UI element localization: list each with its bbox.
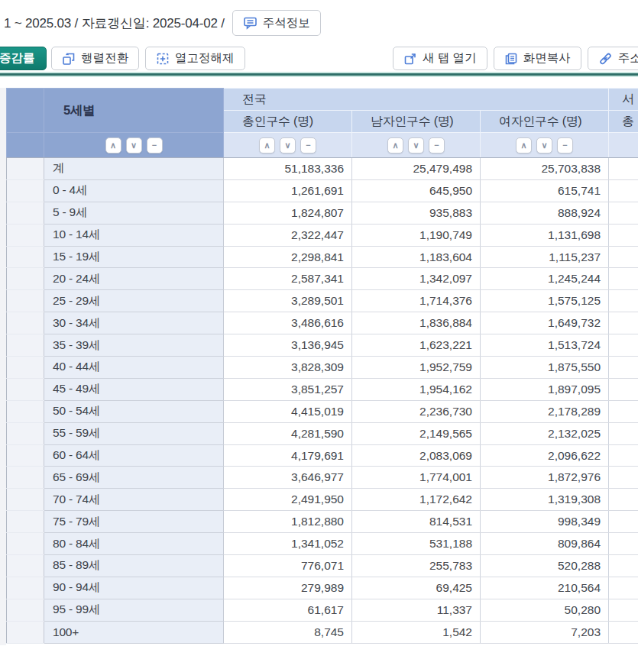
group-header-seoul-clipped[interactable]: 서 xyxy=(609,89,638,111)
table-row: 25 - 29세3,289,5011,714,3761,575,125 xyxy=(7,290,638,312)
total-population-cell: 2,322,447 xyxy=(224,224,352,246)
clipped-region-cell xyxy=(609,268,638,290)
row-index-cell xyxy=(7,577,44,599)
sort-descending-button[interactable]: ∨ xyxy=(280,137,296,153)
table-row: 65 - 69세3,646,9771,774,0011,872,976 xyxy=(7,467,638,489)
sort-ascending-button[interactable]: ∧ xyxy=(259,137,275,153)
toolbar-right-group: 새 탭 열기 화면복사 xyxy=(393,47,638,70)
age-group-label: 75 - 79세 xyxy=(44,511,224,533)
external-link-icon xyxy=(403,52,417,66)
clipped-region-cell xyxy=(609,202,638,224)
male-population-cell: 2,149,565 xyxy=(352,422,481,444)
male-population-cell: 1,183,604 xyxy=(352,246,481,268)
group-header-national[interactable]: 전국 xyxy=(224,89,609,111)
age-group-label: 15 - 19세 xyxy=(44,246,224,268)
unfreeze-button-label: 열고정해제 xyxy=(175,50,235,66)
row-index-cell xyxy=(7,224,44,246)
female-population-cell: 25,703,838 xyxy=(481,158,609,180)
female-population-cell: 1,897,095 xyxy=(481,378,609,400)
age-group-label: 40 - 44세 xyxy=(44,357,224,379)
male-population-cell: 25,479,498 xyxy=(352,158,481,180)
row-index-cell xyxy=(7,202,44,224)
collapse-column-button[interactable]: − xyxy=(557,137,573,153)
total-population-cell: 51,183,336 xyxy=(224,158,352,180)
copy-address-button[interactable]: 주소/클 xyxy=(588,47,638,70)
unfreeze-columns-button[interactable]: 열고정해제 xyxy=(145,47,245,70)
table-row: 75 - 79세1,812,880814,531998,349 xyxy=(7,511,638,533)
sort-controls-total: ∧ ∨ − xyxy=(224,137,351,153)
male-population-cell: 1,954,162 xyxy=(352,378,481,400)
clipped-region-cell xyxy=(609,158,638,180)
female-population-cell: 1,319,308 xyxy=(481,489,609,511)
row-index-cell xyxy=(7,158,44,180)
row-index-cell xyxy=(7,378,44,400)
open-new-tab-button[interactable]: 새 탭 열기 xyxy=(393,47,487,70)
total-population-cell: 3,289,501 xyxy=(224,290,352,312)
total-population-cell: 3,136,945 xyxy=(224,334,352,357)
total-population-cell: 1,341,052 xyxy=(224,533,352,555)
age-group-label: 90 - 94세 xyxy=(44,577,224,599)
total-population-cell: 1,812,880 xyxy=(224,511,352,533)
female-population-cell: 1,875,550 xyxy=(481,357,609,379)
clipped-region-cell xyxy=(609,312,638,334)
annotation-button-label: 주석정보 xyxy=(263,15,310,31)
age-group-label: 95 - 99세 xyxy=(44,599,224,621)
total-population-cell: 61,617 xyxy=(224,599,352,621)
collapse-column-button[interactable]: − xyxy=(147,137,163,153)
table-row: 10 - 14세2,322,4471,190,7491,131,698 xyxy=(7,224,638,246)
sort-ascending-button[interactable]: ∧ xyxy=(387,137,403,153)
female-population-cell: 2,096,622 xyxy=(481,444,609,467)
total-population-cell: 3,486,616 xyxy=(224,312,352,334)
clipped-region-cell xyxy=(609,467,638,489)
collapse-column-button[interactable]: − xyxy=(300,137,316,153)
toolbar-left-group: 행렬전환 열고정해제 xyxy=(51,47,245,70)
row-index-cell xyxy=(7,444,44,467)
sort-ascending-button[interactable]: ∧ xyxy=(105,137,121,153)
info-bar: 1 ~ 2025.03 / 자료갱신일: 2025-04-02 / 주석정보 xyxy=(4,9,321,37)
sort-cell-partial xyxy=(609,133,638,158)
sort-descending-button[interactable]: ∨ xyxy=(408,137,424,153)
table-row: 5 - 9세1,824,807935,883888,924 xyxy=(7,202,638,224)
age-group-label: 0 - 4세 xyxy=(44,179,224,202)
row-index-cell xyxy=(7,621,44,643)
clipped-region-cell xyxy=(609,621,638,643)
sort-cell-male: ∧ ∨ − xyxy=(352,133,481,158)
female-population-cell: 1,513,724 xyxy=(481,334,609,357)
growth-rate-toggle-button[interactable]: 증감률 xyxy=(0,47,47,70)
column-header-male[interactable]: 남자인구수 (명) xyxy=(352,111,481,133)
transpose-button[interactable]: 행렬전환 xyxy=(51,47,139,70)
screen-copy-button[interactable]: 화면복사 xyxy=(494,47,581,70)
female-population-cell: 1,115,237 xyxy=(481,246,609,268)
clipped-region-cell xyxy=(609,246,638,268)
female-population-cell: 210,564 xyxy=(481,577,609,599)
male-population-cell: 1,172,642 xyxy=(352,489,481,511)
age-group-label: 70 - 74세 xyxy=(44,489,224,511)
column-header-female[interactable]: 여자인구수 (명) xyxy=(481,111,609,133)
row-index-cell xyxy=(7,489,44,511)
sort-descending-button[interactable]: ∨ xyxy=(536,137,552,153)
row-index-cell xyxy=(7,555,44,577)
clipped-region-cell xyxy=(609,224,638,246)
female-population-cell: 1,872,976 xyxy=(481,467,609,489)
row-index-cell xyxy=(7,533,44,555)
table-row: 60 - 64세4,179,6912,083,0692,096,622 xyxy=(7,444,638,467)
male-population-cell: 1,774,001 xyxy=(352,467,481,489)
clipped-region-cell xyxy=(609,290,638,312)
column-header-partial[interactable]: 총 xyxy=(609,111,638,133)
age-group-label: 60 - 64세 xyxy=(44,444,224,467)
age-group-label: 55 - 59세 xyxy=(44,422,224,444)
sort-ascending-button[interactable]: ∧ xyxy=(516,137,532,153)
annotation-info-button[interactable]: 주석정보 xyxy=(232,10,321,36)
sort-cell-spacer xyxy=(7,133,44,158)
column-header-total[interactable]: 총인구수 (명) xyxy=(224,111,352,133)
section-divider xyxy=(0,72,638,77)
female-population-cell: 50,280 xyxy=(481,599,609,621)
table-row: 70 - 74세2,491,9501,172,6421,319,308 xyxy=(7,489,638,511)
sort-descending-button[interactable]: ∨ xyxy=(126,137,142,153)
clipped-region-cell xyxy=(609,378,638,400)
left-gutter xyxy=(0,88,6,645)
clipped-region-cell xyxy=(609,489,638,511)
transpose-button-label: 행렬전환 xyxy=(81,50,128,66)
female-population-cell: 1,575,125 xyxy=(481,290,609,312)
collapse-column-button[interactable]: − xyxy=(429,137,445,153)
